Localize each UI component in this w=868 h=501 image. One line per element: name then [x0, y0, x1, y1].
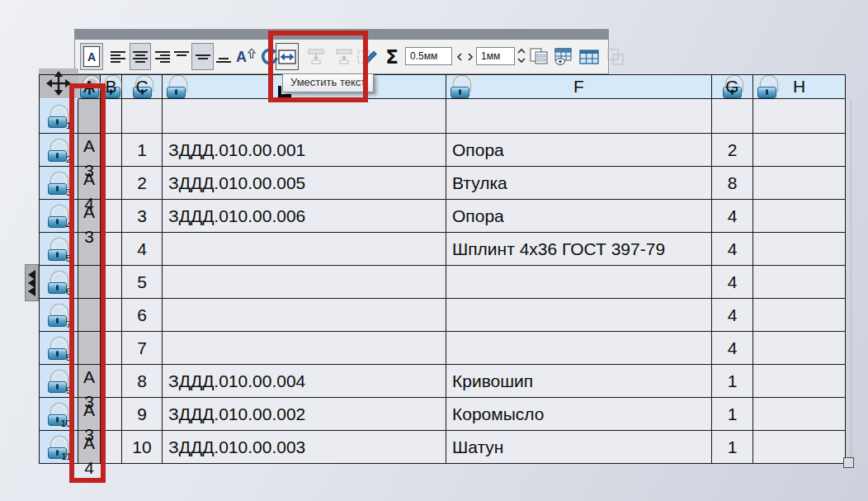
lock-icon[interactable]: 9	[48, 371, 68, 393]
table-cell[interactable]	[753, 134, 846, 167]
row-handle[interactable]: 1	[39, 99, 78, 134]
table-cell[interactable]: А 3	[78, 200, 101, 233]
table-cell[interactable]: Коромысло	[446, 398, 712, 431]
row-height-input[interactable]	[476, 47, 515, 65]
table-cell[interactable]: Втулка	[446, 167, 712, 200]
table-cell[interactable]	[753, 365, 846, 398]
table-cell[interactable]: А 3	[78, 398, 101, 431]
selection-tool-button[interactable]	[603, 43, 628, 70]
table-move-handle[interactable]	[39, 69, 78, 98]
row-handle[interactable]: 10	[39, 398, 78, 431]
column-header-h[interactable]: H	[753, 74, 846, 99]
table-cell[interactable]	[101, 266, 122, 299]
table-cell[interactable]: Опора	[446, 134, 712, 167]
table-cell[interactable]: 8	[712, 167, 753, 200]
row-handle[interactable]: 9	[39, 365, 78, 398]
table-cell[interactable]	[753, 299, 846, 332]
table-format-button[interactable]	[577, 43, 601, 70]
align-center-button[interactable]	[130, 43, 151, 70]
increase-text-size-button[interactable]: A	[234, 43, 257, 70]
column-header-f[interactable]: F	[446, 74, 712, 99]
table-cell[interactable]: А 4	[78, 167, 101, 200]
table-cell[interactable]	[101, 299, 122, 332]
table-cell[interactable]	[101, 431, 122, 464]
row-handle[interactable]: 8	[39, 332, 78, 365]
table-cell[interactable]	[101, 332, 122, 365]
lock-icon[interactable]: 8	[48, 338, 68, 360]
lock-icon[interactable]: 2	[48, 139, 68, 162]
merge-cells-up-button[interactable]	[332, 43, 356, 70]
table-cell[interactable]	[446, 299, 712, 332]
merge-cells-down-button[interactable]	[304, 43, 328, 70]
row-handle[interactable]: 5	[39, 233, 78, 266]
margin-decrease-button[interactable]	[454, 52, 465, 61]
table-cell[interactable]: ЗДДД.010.00.004	[163, 365, 446, 398]
table-resize-handle[interactable]	[843, 457, 854, 468]
lock-icon[interactable]: 6	[48, 272, 68, 294]
row-anchor-handle[interactable]	[25, 264, 39, 301]
row-handle[interactable]: 6	[39, 266, 78, 299]
table-cell[interactable]: 1	[122, 134, 163, 167]
table-cell[interactable]: 1	[712, 365, 753, 398]
lock-icon[interactable]: 1	[48, 106, 68, 128]
table-cell[interactable]	[101, 398, 122, 431]
table-cell[interactable]: 6	[122, 299, 163, 332]
row-handle[interactable]: 2	[39, 134, 78, 167]
column-header-b[interactable]: B	[101, 74, 122, 99]
column-header-g[interactable]: G	[712, 74, 753, 99]
table-cell[interactable]: А 4	[78, 431, 101, 464]
table-cell[interactable]	[753, 99, 846, 134]
table-cell[interactable]: 2	[122, 167, 163, 200]
column-header-a[interactable]: A	[78, 74, 101, 99]
column-header-c[interactable]: C	[122, 74, 163, 99]
table-cell[interactable]	[101, 233, 122, 266]
table-cell[interactable]: 10	[122, 431, 163, 464]
table-cell[interactable]	[101, 99, 122, 134]
lock-icon[interactable]: 3	[48, 173, 68, 195]
table-cell[interactable]: Шплинт 4х36 ГОСТ 397-79	[446, 233, 712, 266]
align-bottom-button[interactable]	[214, 43, 234, 70]
cell-margin-input[interactable]	[405, 47, 452, 65]
table-cell[interactable]: 4	[712, 266, 753, 299]
table-cell[interactable]: Шатун	[446, 431, 712, 464]
sum-button[interactable]: Σ	[381, 43, 403, 70]
table-cell[interactable]	[163, 332, 446, 365]
toolbar-drag-bar[interactable]	[75, 30, 608, 40]
table-cell[interactable]	[78, 266, 101, 299]
text-format-button[interactable]: A	[80, 43, 103, 70]
fit-text-button[interactable]	[276, 43, 299, 70]
table-cell[interactable]: 4	[712, 233, 753, 266]
table-cell[interactable]	[753, 167, 846, 200]
table-cell[interactable]	[163, 99, 446, 134]
row-handle[interactable]: 4	[39, 200, 78, 233]
row-handle[interactable]: 11	[39, 431, 78, 464]
table-cell[interactable]	[753, 200, 846, 233]
table-cell[interactable]: 9	[122, 398, 163, 431]
table-cell[interactable]	[446, 332, 712, 365]
table-cell[interactable]: 4	[122, 233, 163, 266]
table-cell[interactable]	[753, 266, 846, 299]
table-cell[interactable]: 1	[712, 431, 753, 464]
table-cell[interactable]: 4	[712, 200, 753, 233]
lock-icon[interactable]: 10	[48, 404, 68, 426]
table-cell[interactable]	[101, 200, 122, 233]
align-middle-button[interactable]	[191, 43, 214, 70]
table-cell[interactable]: ЗДДД.010.00.005	[163, 167, 446, 200]
table-cell[interactable]	[753, 233, 846, 266]
table-cell[interactable]	[101, 365, 122, 398]
table-cell[interactable]	[712, 99, 753, 134]
table-cell[interactable]: 1	[712, 398, 753, 431]
edit-text-button[interactable]	[356, 43, 380, 70]
table-cell[interactable]	[78, 332, 101, 365]
table-cell[interactable]: 8	[122, 365, 163, 398]
copy-table-button[interactable]	[527, 43, 550, 70]
align-left-button[interactable]	[109, 43, 129, 70]
row-handle[interactable]: 3	[39, 167, 78, 200]
table-cell[interactable]	[101, 134, 122, 167]
table-cell[interactable]	[446, 99, 712, 134]
align-right-button[interactable]	[152, 43, 172, 70]
table-cell[interactable]: Опора	[446, 200, 712, 233]
table-cell[interactable]: 5	[122, 266, 163, 299]
table-cell[interactable]: ЗДДД.010.00.001	[163, 134, 446, 167]
table-cell[interactable]	[101, 167, 122, 200]
